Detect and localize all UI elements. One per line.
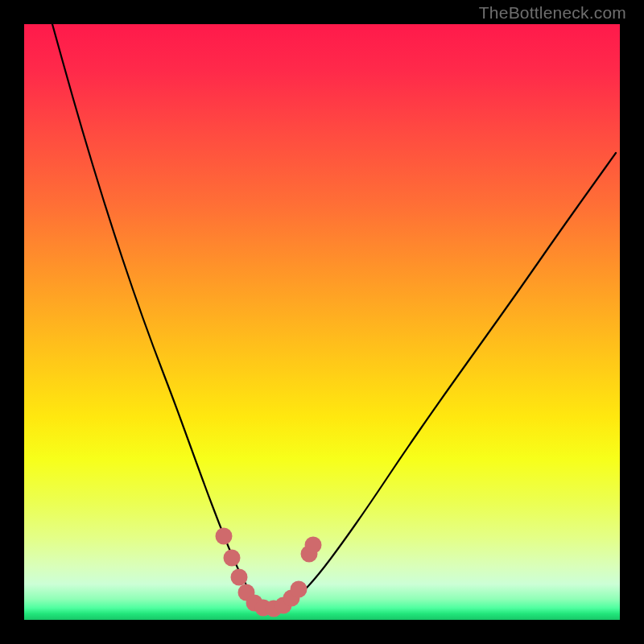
watermark-text: TheBottleneck.com xyxy=(479,3,626,23)
chart-svg xyxy=(24,24,620,620)
watermark-bar: TheBottleneck.com xyxy=(0,0,644,24)
marker-dot xyxy=(224,550,241,567)
bottleneck-curve xyxy=(52,24,616,607)
chart-frame: TheBottleneck.com xyxy=(0,0,644,644)
marker-dot xyxy=(216,528,233,545)
plot-area xyxy=(24,24,620,620)
marker-dot xyxy=(305,537,322,554)
bottom-markers xyxy=(216,528,322,617)
marker-dot xyxy=(231,569,248,586)
marker-dot xyxy=(291,581,308,598)
